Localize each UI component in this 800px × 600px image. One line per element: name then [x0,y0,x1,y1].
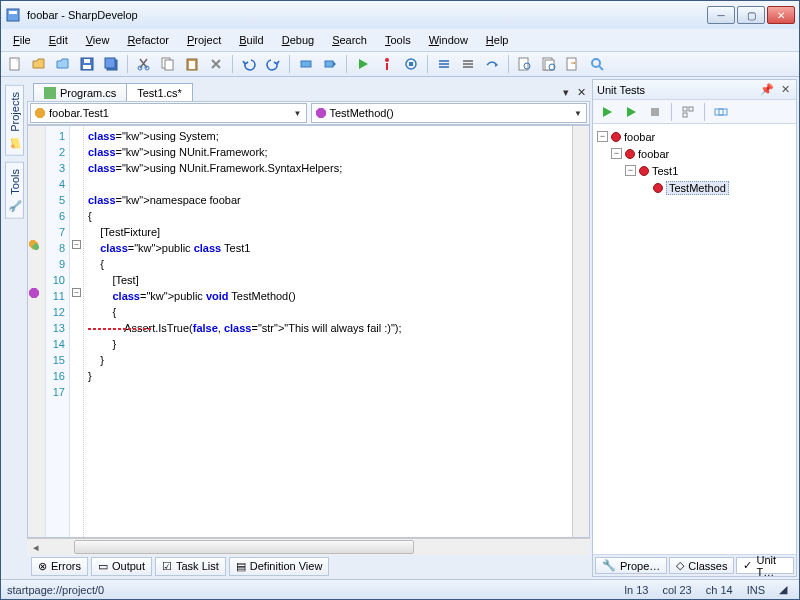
toggle-bookmark-icon[interactable] [296,54,316,74]
class-combo[interactable]: foobar.Test1 ▼ [30,103,307,123]
undo-icon[interactable] [239,54,259,74]
search-icon[interactable] [587,54,607,74]
stop-tests-icon[interactable] [645,102,665,122]
menu-file[interactable]: File [5,32,39,48]
tree-node[interactable]: −Test1 [597,162,792,179]
cut-icon[interactable] [134,54,154,74]
svg-rect-15 [325,61,333,67]
menu-tools[interactable]: Tools [377,32,419,48]
menu-refactor[interactable]: Refactor [119,32,177,48]
bottom-tab-output[interactable]: ▭Output [91,557,152,576]
method-marker-icon [29,288,39,298]
pin-icon[interactable]: 📌 [760,83,774,97]
panel-header[interactable]: Unit Tests 📌 ✕ [593,80,796,100]
bottom-tab-task-list[interactable]: ☑Task List [155,557,226,576]
code-content[interactable]: class="kw">using System;class="kw">using… [84,126,572,537]
find-in-files-icon[interactable] [539,54,559,74]
scroll-thumb[interactable] [74,540,414,554]
status-ins: INS [747,584,765,596]
copy-icon[interactable] [158,54,178,74]
run-all-tests-icon[interactable] [597,102,617,122]
new-file-icon[interactable] [5,54,25,74]
fold-toggle[interactable]: − [72,240,81,249]
tree-node[interactable]: TestMethod [597,179,792,196]
method-combo[interactable]: TestMethod() ▼ [311,103,588,123]
svg-rect-20 [439,60,449,62]
code-editor[interactable]: 1234567891011121314151617 − − class="kw"… [27,125,590,538]
tab-icon: ▤ [236,560,246,573]
menu-window[interactable]: Window [421,32,476,48]
minimize-button[interactable]: ─ [707,6,735,24]
menu-project[interactable]: Project [179,32,229,48]
tree-node[interactable]: −foobar [597,145,792,162]
add-reference-icon[interactable] [711,102,731,122]
bottom-tab-definition-view[interactable]: ▤Definition View [229,557,330,576]
step-over-icon[interactable] [482,54,502,74]
right-tab-2[interactable]: ✓Unit T… [736,557,794,574]
run-icon[interactable] [353,54,373,74]
vertical-scrollbar[interactable] [572,126,589,537]
expand-toggle[interactable]: − [625,165,636,176]
menu-search[interactable]: Search [324,32,375,48]
paste-icon[interactable] [182,54,202,74]
maximize-button[interactable]: ▢ [737,6,765,24]
tab-program-cs[interactable]: Program.cs [33,83,127,101]
tab-test1-cs[interactable]: Test1.cs* [126,83,193,101]
close-button[interactable]: ✕ [767,6,795,24]
tab-label: Definition View [250,560,323,572]
left-tab-label: Projects [8,92,20,132]
right-tab-0[interactable]: 🔧Prope… [595,557,667,574]
tab-label: Task List [176,560,219,572]
svg-line-33 [599,66,603,70]
bottom-tab-errors[interactable]: ⊗Errors [31,557,88,576]
fail-status-icon [653,183,663,193]
svg-rect-22 [439,66,449,68]
fold-column[interactable]: − − [70,126,84,537]
comment-icon[interactable] [434,54,454,74]
fold-toggle[interactable]: − [72,288,81,297]
open-file-icon[interactable] [29,54,49,74]
tree-node[interactable]: −foobar [597,128,792,145]
menu-debug[interactable]: Debug [274,32,322,48]
tab-close-icon[interactable]: ✕ [573,84,590,101]
csharp-file-icon [44,87,56,99]
left-tab-tools[interactable]: 🔧Tools [5,162,24,219]
svg-rect-19 [409,62,413,66]
save-icon[interactable] [77,54,97,74]
left-tab-projects[interactable]: 📁Projects [5,85,24,156]
marker-column[interactable] [28,126,46,537]
find-icon[interactable] [515,54,535,74]
tab-icon: ☑ [162,560,172,573]
redo-icon[interactable] [263,54,283,74]
svg-rect-25 [463,66,473,68]
resize-grip-icon[interactable]: ◢ [779,583,793,596]
menu-view[interactable]: View [78,32,118,48]
editor-area: Program.cs Test1.cs* ▾ ✕ foobar.Test1 ▼ … [27,79,590,577]
menu-build[interactable]: Build [231,32,271,48]
tree-view-icon[interactable] [678,102,698,122]
right-tab-1[interactable]: ◇Classes [669,557,734,574]
close-icon[interactable]: ✕ [778,83,792,97]
titlebar[interactable]: foobar - SharpDevelop ─ ▢ ✕ [1,1,799,29]
menu-help[interactable]: Help [478,32,517,48]
open-project-icon[interactable] [53,54,73,74]
tab-icon: ◇ [676,559,684,572]
next-bookmark-icon[interactable] [320,54,340,74]
class-icon [35,108,45,118]
tab-dropdown-icon[interactable]: ▾ [559,84,573,101]
horizontal-scrollbar[interactable]: ◂ [27,538,590,555]
delete-icon[interactable] [206,54,226,74]
separator [671,103,672,121]
tab-label: Program.cs [60,87,116,99]
save-all-icon[interactable] [101,54,121,74]
test-tree[interactable]: −foobar−foobar−Test1TestMethod [593,124,796,554]
svg-point-16 [385,58,389,62]
expand-toggle[interactable]: − [597,131,608,142]
replace-icon[interactable] [563,54,583,74]
run-without-debug-icon[interactable] [377,54,397,74]
uncomment-icon[interactable] [458,54,478,74]
run-test-icon[interactable] [621,102,641,122]
menu-edit[interactable]: Edit [41,32,76,48]
expand-toggle[interactable]: − [611,148,622,159]
stop-icon[interactable] [401,54,421,74]
